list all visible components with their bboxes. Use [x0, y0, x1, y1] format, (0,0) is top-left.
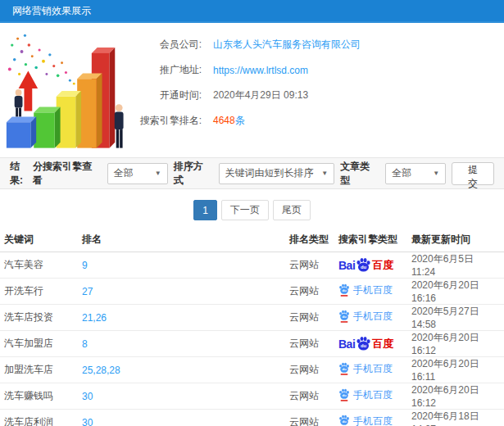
- site-link[interactable]: https://www.lrtlsd.com: [213, 65, 308, 76]
- pagination: 1 下一页 尾页: [0, 200, 504, 220]
- rank-link[interactable]: 21,26: [82, 312, 107, 324]
- mobile-baidu-paw-icon: du: [338, 283, 350, 297]
- open-time-value: 2020年4月29日 09:13: [213, 88, 308, 102]
- keyword-cell: 洗车店利润: [0, 410, 78, 426]
- rank-link[interactable]: 27: [82, 286, 93, 297]
- chevron-down-icon: ▼: [150, 170, 161, 177]
- table-row: 洗车店投资21,26云网站du手机百度2020年5月27日 14:58: [0, 305, 504, 331]
- rank-type-cell: 云网站: [285, 252, 334, 279]
- baidu-logo: Baidu百度: [338, 336, 393, 351]
- results-table-body: 汽车美容9云网站Baidu百度2020年6月5日 11:24开洗车行27云网站d…: [0, 252, 504, 426]
- info-row-open-time: 开通时间: 2020年4月29日 09:13: [126, 83, 504, 108]
- updated-header: 最新更新时间: [407, 228, 504, 252]
- site-label: 推广地址:: [126, 63, 202, 77]
- article-type-label: 文章类型: [340, 160, 379, 188]
- engine-cell: Baidu百度: [334, 331, 407, 357]
- updated-cell: 2020年6月5日 11:24: [407, 252, 504, 279]
- rank-cell: 21,26: [78, 305, 285, 331]
- svg-text:du: du: [342, 420, 347, 424]
- company-link[interactable]: 山东老人头汽车服务咨询有限公司: [213, 38, 361, 52]
- keyword-cell: 洗车赚钱吗: [0, 383, 78, 410]
- table-row: 汽车加盟店8云网站Baidu百度2020年6月20日 16:12: [0, 331, 504, 357]
- rank-count-value: 4648条: [213, 114, 245, 128]
- rank-link[interactable]: 9: [82, 260, 88, 271]
- baidu-logo: Baidu百度: [338, 257, 393, 273]
- rank-count-label: 搜索引擎排名:: [126, 114, 202, 128]
- rank-type-cell: 云网站: [285, 331, 334, 357]
- page-title: 网络营销效果展示: [12, 4, 91, 18]
- mobile-baidu-logo: du手机百度: [338, 388, 393, 402]
- mobile-baidu-paw-icon: du: [338, 310, 350, 323]
- baidu-paw-icon: du: [356, 257, 371, 273]
- mobile-baidu-logo: du手机百度: [338, 415, 393, 426]
- bar-chart-illustration: [2, 27, 126, 155]
- mobile-baidu-paw-icon: du: [338, 362, 350, 375]
- engine-cell: du手机百度: [334, 410, 407, 426]
- sort-label: 排序方式: [174, 160, 213, 188]
- svg-text:du: du: [342, 315, 347, 320]
- keyword-cell: 汽车加盟店: [0, 331, 78, 357]
- rank-header: 排名: [78, 228, 285, 252]
- rank-link[interactable]: 30: [82, 391, 93, 402]
- next-page-button[interactable]: 下一页: [221, 200, 269, 220]
- businessman-left: [15, 89, 23, 116]
- mobile-baidu-paw-icon: du: [338, 415, 350, 426]
- info-row-site: 推广地址: https://www.lrtlsd.com: [126, 57, 504, 83]
- sort-select[interactable]: 关键词由短到长排序 ▼: [219, 163, 335, 184]
- keyword-header: 关键词: [0, 228, 78, 252]
- rank-count-number: 4648: [213, 115, 235, 126]
- chevron-down-icon: ▼: [428, 170, 439, 177]
- page-button-current[interactable]: 1: [193, 200, 217, 220]
- mobile-baidu-paw-icon: du: [338, 388, 350, 401]
- submit-button[interactable]: 提交: [452, 162, 494, 185]
- info-row-rank-count: 搜索引擎排名: 4648条: [126, 108, 504, 134]
- rank-link[interactable]: 8: [82, 338, 88, 350]
- table-header-row: 关键词 排名 排名类型 搜索引擎类型 最新更新时间: [0, 228, 504, 252]
- baidu-paw-icon: du: [356, 336, 371, 351]
- rank-type-cell: 云网站: [285, 357, 334, 383]
- svg-text:du: du: [361, 265, 367, 270]
- updated-cell: 2020年6月20日 16:12: [407, 331, 504, 357]
- result-label: 结果:: [10, 160, 33, 188]
- engine-cell: du手机百度: [334, 305, 407, 331]
- article-type-select[interactable]: 全部 ▼: [385, 163, 446, 184]
- table-row: 洗车赚钱吗30云网站du手机百度2020年6月20日 16:12: [0, 383, 504, 410]
- rank-cell: 30: [78, 383, 285, 410]
- updated-cell: 2020年6月20日 16:11: [407, 357, 504, 383]
- rank-count-unit: 条: [235, 115, 245, 126]
- last-page-button[interactable]: 尾页: [273, 200, 311, 220]
- rank-type-cell: 云网站: [285, 410, 334, 426]
- rank-cell: 8: [78, 331, 285, 357]
- engine-type-header: 搜索引擎类型: [334, 228, 407, 252]
- rank-cell: 25,28,28: [78, 357, 285, 383]
- article-type-value: 全部: [392, 166, 411, 180]
- mobile-baidu-logo: du手机百度: [338, 310, 393, 324]
- keyword-cell: 汽车美容: [0, 252, 78, 279]
- rank-type-cell: 云网站: [285, 279, 334, 305]
- rank-type-cell: 云网站: [285, 305, 334, 331]
- keyword-cell: 洗车店投资: [0, 305, 78, 331]
- rank-cell: 30: [78, 410, 285, 426]
- engine-filter-select[interactable]: 全部 ▼: [107, 163, 168, 184]
- rank-cell: 27: [78, 279, 285, 305]
- updated-cell: 2020年6月20日 16:12: [407, 383, 504, 410]
- mobile-baidu-logo: du手机百度: [338, 283, 393, 297]
- engine-filter-value: 全部: [114, 166, 134, 180]
- rank-link[interactable]: 30: [82, 417, 93, 426]
- bar-green: [34, 107, 60, 148]
- page-header: 网络营销效果展示: [0, 0, 504, 23]
- filter-controls: 分搜索引擎查看 全部 ▼ 排序方式 关键词由短到长排序 ▼ 文章类型 全部 ▼ …: [33, 160, 494, 188]
- rank-cell: 9: [78, 252, 285, 279]
- table-row: 开洗车行27云网站du手机百度2020年6月20日 16:16: [0, 279, 504, 305]
- engine-cell: du手机百度: [334, 357, 407, 383]
- engine-cell: du手机百度: [334, 383, 407, 410]
- chevron-down-icon: ▼: [316, 170, 328, 177]
- mobile-baidu-logo: du手机百度: [338, 362, 393, 376]
- company-label: 会员公司:: [126, 38, 202, 52]
- svg-text:du: du: [342, 368, 347, 372]
- svg-text:du: du: [361, 343, 367, 348]
- table-row: 洗车店利润30云网站du手机百度2020年6月18日 14:27: [0, 410, 504, 426]
- rank-link[interactable]: 25,28,28: [82, 365, 120, 376]
- engine-filter-label: 分搜索引擎查看: [33, 160, 102, 188]
- open-time-label: 开通时间:: [126, 88, 202, 102]
